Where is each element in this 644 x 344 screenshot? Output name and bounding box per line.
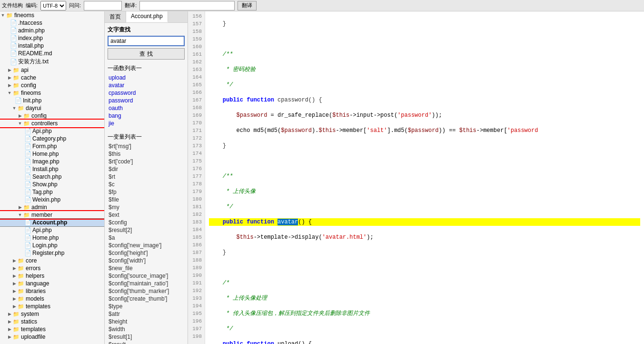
fn-upload[interactable]: upload — [108, 74, 185, 81]
fn-bang[interactable]: bang — [108, 112, 185, 120]
encoding-select[interactable]: UTF-8 GBK — [40, 1, 66, 10]
var-result2[interactable]: $result[2] — [108, 226, 185, 234]
var-attr[interactable]: $attr — [108, 310, 185, 318]
var-fp[interactable]: $fp — [108, 188, 185, 196]
tree-folder-language[interactable]: ▶ 📁 language — [0, 280, 104, 287]
var-result1[interactable]: $result[1] — [108, 333, 185, 341]
tree-item-searchphp[interactable]: 📄 Search.php — [0, 173, 104, 181]
tree-item-imagephp[interactable]: 📄 Image.php — [0, 158, 104, 165]
var-list-section: 一变量列表一 $rt['msg'] $this $rt['code'] $dir… — [105, 129, 188, 344]
tree-item-apiphp1[interactable]: 📄 Api.php — [0, 127, 104, 135]
code-content[interactable]: } /** * 密码校验 */ public function cpasswor… — [205, 11, 644, 344]
tree-item-installphp2[interactable]: 📄 Install.php — [0, 165, 104, 173]
translate-input[interactable] — [139, 1, 235, 10]
fn-avatar[interactable]: avatar — [108, 81, 185, 89]
code-panel: 156 157 158 159 160 161 162 163 164 165 … — [188, 11, 644, 344]
var-config-source-image[interactable]: $config['source_image'] — [108, 272, 185, 280]
var-config-width[interactable]: $config['width'] — [108, 257, 185, 264]
tree-folder-config2[interactable]: ▶ 📁 config — [0, 112, 104, 120]
var-new-file[interactable]: $new_file — [108, 264, 185, 272]
var-c[interactable]: $c — [108, 181, 185, 188]
translate-button[interactable]: 翻译 — [238, 1, 257, 10]
tree-folder-api[interactable]: ▶ 📁 api — [0, 66, 104, 74]
tree-folder-templates-inner[interactable]: ▶ 📁 templates — [0, 303, 104, 310]
var-height[interactable]: $height — [108, 318, 185, 325]
tree-item-initphp[interactable]: 📄 Init.php — [0, 97, 104, 104]
tree-folder-models[interactable]: ▶ 📁 models — [0, 295, 104, 303]
tree-item-readme[interactable]: 📄 README.md — [0, 50, 104, 57]
var-config-maintain[interactable]: $config['maintain_ratio'] — [108, 280, 185, 287]
search-section: 文字查找 查 找 — [105, 23, 188, 62]
tree-item-homephp2[interactable]: 📄 Home.php — [0, 234, 104, 242]
tree-folder-core[interactable]: ▶ 📁 core — [0, 257, 104, 264]
tree-item-registerphp[interactable]: 📄 Register.php — [0, 249, 104, 257]
var-rt[interactable]: $rt — [108, 173, 185, 181]
var-config-create-thumb[interactable]: $config['create_thumb'] — [108, 295, 185, 303]
var-list-title: 一变量列表一 — [108, 133, 185, 141]
tree-folder-statics[interactable]: ▶ 📁 statics — [0, 318, 104, 325]
tree-folder-helpers[interactable]: ▶ 📁 helpers — [0, 272, 104, 280]
tree-item-weixinphp[interactable]: 📄 Weixin.php — [0, 196, 104, 203]
tree-item-indexphp[interactable]: 📄 index.php — [0, 34, 104, 42]
tab-account[interactable]: Account.php — [126, 11, 168, 22]
tab-bar: 首页 Account.php — [105, 11, 188, 23]
var-config-new-image[interactable]: $config['new_image'] — [108, 242, 185, 249]
tree-folder-uploadfile[interactable]: ▶ 📁 uploadfile — [0, 333, 104, 341]
tree-folder-config[interactable]: ▶ 📁 config — [0, 81, 104, 89]
tree-folder-libraries[interactable]: ▶ 📁 libraries — [0, 287, 104, 295]
search-button[interactable]: 查 找 — [108, 48, 185, 60]
ask-label: 问问: — [69, 2, 81, 9]
tree-item-formphp[interactable]: 📄 Form.php — [0, 142, 104, 150]
tree-item-installphp[interactable]: 📄 install.php — [0, 42, 104, 50]
ask-input[interactable] — [84, 1, 122, 10]
tab-home[interactable]: 首页 — [105, 11, 126, 22]
tree-folder-member[interactable]: ▼ 📁 member — [0, 211, 104, 219]
fn-cpassword[interactable]: cpassword — [108, 89, 185, 97]
var-file[interactable]: $file — [108, 196, 185, 203]
tree-item-loginphp[interactable]: 📄 Login.php — [0, 242, 104, 249]
var-width[interactable]: $width — [108, 325, 185, 333]
tree-folder-admin[interactable]: ▶ 📁 admin — [0, 203, 104, 211]
var-config[interactable]: $config — [108, 219, 185, 226]
file-tree: ▼ 📁 fineoms 📄 .htaccess 📄 admin.php 📄 in… — [0, 11, 105, 344]
tree-folder-controllers[interactable]: ▼ 📁 controllers — [0, 120, 104, 127]
var-dir[interactable]: $dir — [108, 165, 185, 173]
tree-item-showphp[interactable]: 📄 Show.php — [0, 181, 104, 188]
tree-folder-errors[interactable]: ▶ 📁 errors — [0, 264, 104, 272]
search-input[interactable] — [108, 36, 185, 46]
tree-item-categoryphp[interactable]: 📄 Category.php — [0, 135, 104, 142]
tree-item-tagphp[interactable]: 📄 Tag.php — [0, 188, 104, 196]
var-this[interactable]: $this — [108, 150, 185, 158]
var-rt-msg[interactable]: $rt['msg'] — [108, 142, 185, 150]
fn-oauth[interactable]: oauth — [108, 104, 185, 112]
search-title: 文字查找 — [108, 26, 185, 34]
tree-folder-fineoms[interactable]: ▼ 📁 fineoms — [0, 89, 104, 97]
fn-password[interactable]: password — [108, 97, 185, 104]
tree-item-htaccess[interactable]: 📄 .htaccess — [0, 19, 104, 27]
tree-folder-templates[interactable]: ▶ 📁 templates — [0, 325, 104, 333]
encoding-label: 编码: — [26, 2, 38, 9]
var-my[interactable]: $my — [108, 203, 185, 211]
tree-folder-system[interactable]: ▶ 📁 system — [0, 310, 104, 318]
top-bar: 文件结构 编码: UTF-8 GBK 问问: 翻译: 翻译 — [0, 0, 644, 11]
var-ext[interactable]: $ext — [108, 211, 185, 219]
tree-item-apiphp2[interactable]: 📄 Api.php — [0, 226, 104, 234]
tree-item-adminphp[interactable]: 📄 admin.php — [0, 27, 104, 34]
search-panel: 首页 Account.php 文字查找 查 找 一函数列表一 upload av… — [105, 11, 188, 344]
file-structure-label: 文件结构 — [2, 2, 23, 9]
var-a[interactable]: $a — [108, 234, 185, 242]
tree-folder-cache[interactable]: ▶ 📁 cache — [0, 74, 104, 81]
tree-folder-dayrui[interactable]: ▼ 📁 dayrui — [0, 104, 104, 112]
tree-item-accountphp[interactable]: 📄 Account.php — [0, 219, 104, 226]
var-result[interactable]: $result — [108, 341, 185, 344]
var-type[interactable]: $type — [108, 303, 185, 310]
tree-item-homephp1[interactable]: 📄 Home.php — [0, 150, 104, 158]
tree-item-install-txt[interactable]: 📄 安装方法.txt — [0, 57, 104, 66]
var-config-thumb-marker[interactable]: $config['thumb_marker'] — [108, 287, 185, 295]
tree-root[interactable]: ▼ 📁 fineoms — [0, 11, 104, 19]
function-list-section: 一函数列表一 upload avatar cpassword password … — [105, 62, 188, 129]
var-rt-code[interactable]: $rt['code'] — [108, 158, 185, 165]
var-config-height[interactable]: $config['height'] — [108, 249, 185, 257]
fn-jie[interactable]: jie — [108, 120, 185, 127]
code-area[interactable]: 156 157 158 159 160 161 162 163 164 165 … — [188, 11, 644, 344]
